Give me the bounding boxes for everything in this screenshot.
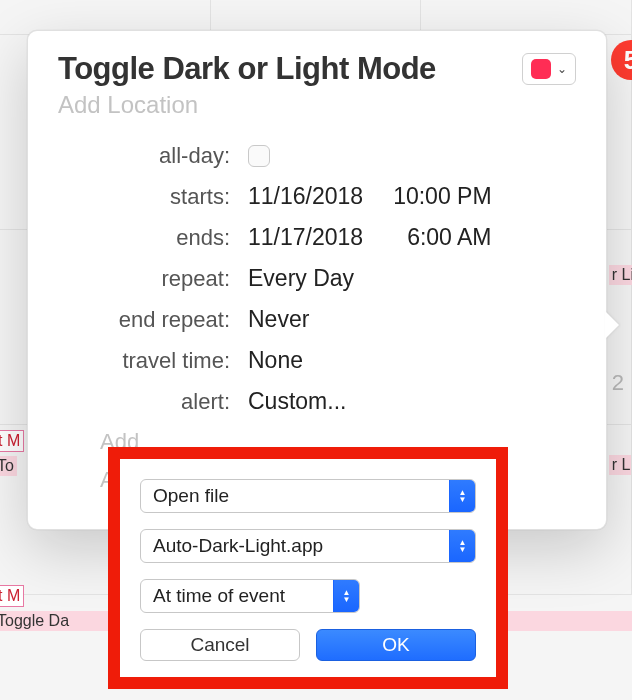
end-repeat-label: end repeat: — [58, 307, 248, 333]
event-title[interactable]: Toggle Dark or Light Mode — [58, 51, 436, 87]
location-field[interactable]: Add Location — [58, 91, 576, 119]
alert-action-label: Open file — [141, 485, 241, 507]
ok-button[interactable]: OK — [316, 629, 476, 661]
travel-time-label: travel time: — [58, 348, 248, 374]
start-date[interactable]: 11/16/2018 — [248, 183, 363, 210]
custom-alert-sheet: Open file ▲▼ Auto-Dark-Light.app ▲▼ At t… — [108, 447, 508, 689]
start-time[interactable]: 10:00 PM — [393, 183, 491, 210]
alert-file-select[interactable]: Auto-Dark-Light.app ▲▼ — [140, 529, 476, 563]
end-time[interactable]: 6:00 AM — [407, 224, 491, 251]
end-repeat-value[interactable]: Never — [248, 306, 309, 333]
cancel-button[interactable]: Cancel — [140, 629, 300, 661]
starts-label: starts: — [58, 184, 248, 210]
color-swatch — [531, 59, 551, 79]
travel-time-value[interactable]: None — [248, 347, 303, 374]
bg-event: t M — [0, 585, 24, 607]
bg-event: Toggle Da — [0, 611, 114, 631]
updown-stepper-icon: ▲▼ — [333, 580, 359, 612]
chevron-down-icon: ⌄ — [557, 62, 567, 76]
repeat-value[interactable]: Every Day — [248, 265, 354, 292]
updown-stepper-icon: ▲▼ — [449, 530, 475, 562]
repeat-label: repeat: — [58, 266, 248, 292]
alert-file-label: Auto-Dark-Light.app — [141, 535, 335, 557]
ends-label: ends: — [58, 225, 248, 251]
all-day-checkbox[interactable] — [248, 145, 270, 167]
alert-timing-label: At time of event — [141, 585, 297, 607]
alert-value[interactable]: Custom... — [248, 388, 346, 415]
day-number: 2 — [612, 370, 624, 421]
updown-stepper-icon: ▲▼ — [449, 480, 475, 512]
end-date[interactable]: 11/17/2018 — [248, 224, 363, 251]
alert-action-select[interactable]: Open file ▲▼ — [140, 479, 476, 513]
bg-event: r Li — [609, 265, 632, 285]
calendar-color-picker[interactable]: ⌄ — [522, 53, 576, 85]
all-day-label: all-day: — [58, 143, 248, 169]
alert-timing-select[interactable]: At time of event ▲▼ — [140, 579, 360, 613]
alert-label: alert: — [58, 389, 248, 415]
today-badge: 5 — [611, 40, 632, 80]
